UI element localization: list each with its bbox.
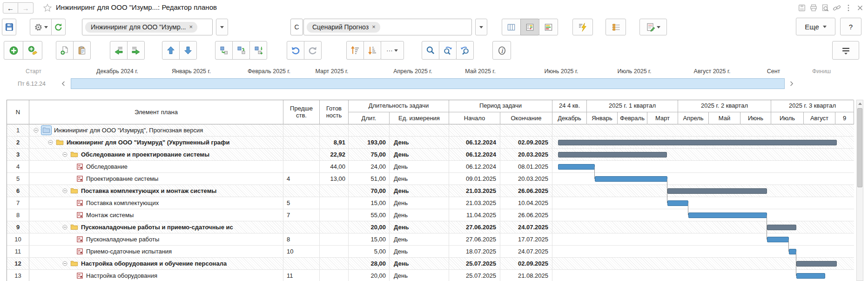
element-cell[interactable]: Настройка оборудования (29, 270, 283, 281)
print-icon[interactable] (809, 4, 818, 12)
row-number[interactable]: 6 (7, 185, 29, 197)
gantt-header-quarter[interactable]: 2025 г. 2 квартал (678, 100, 771, 112)
row-number[interactable]: 13 (7, 270, 29, 281)
duration-cell[interactable]: 75,00 (349, 149, 390, 160)
element-cell[interactable]: Обследование (29, 161, 283, 172)
link-tasks-button[interactable] (215, 41, 233, 60)
gantt-task-bar[interactable] (667, 200, 688, 206)
sort-more-button[interactable]: ... (381, 41, 404, 60)
collapse-icon[interactable] (33, 127, 39, 133)
levels-button[interactable] (832, 41, 859, 60)
gantt-task-bar[interactable] (796, 273, 825, 279)
row-number[interactable]: 8 (7, 209, 29, 221)
view-gantt-left-button[interactable] (520, 19, 539, 35)
plan-tag[interactable]: Инжиниринг для ООО "Изумр...× (85, 22, 197, 33)
gantt-task-bar[interactable] (688, 212, 767, 218)
undo-button[interactable] (287, 41, 304, 60)
duration-cell[interactable]: 24,00 (349, 161, 390, 172)
duration-cell[interactable]: 55,00 (349, 209, 390, 221)
end-date-cell[interactable] (500, 124, 552, 136)
readiness-cell[interactable] (320, 197, 349, 209)
gantt-task-bar[interactable] (558, 164, 595, 170)
recalculate-button[interactable] (572, 19, 593, 35)
predecessor-cell[interactable] (283, 149, 320, 160)
structure-button[interactable] (606, 19, 626, 35)
end-date-cell[interactable]: 21.08.2025 (500, 270, 552, 281)
gantt-task-bar[interactable] (789, 249, 796, 254)
start-date-cell[interactable]: 11.04.2025 (449, 209, 500, 221)
more-dots-icon[interactable] (844, 4, 853, 12)
start-date-cell[interactable]: 06.12.2024 (449, 149, 500, 160)
add-link-button[interactable] (249, 41, 267, 60)
gantt-header-month[interactable]: Январь (587, 112, 618, 124)
row-number[interactable]: 9 (7, 221, 29, 233)
gantt-header-month[interactable]: Апрель (678, 112, 709, 124)
gantt-header-month[interactable]: Июнь (740, 112, 771, 124)
gantt-summary-bar[interactable] (667, 188, 767, 194)
plan-combo[interactable]: Инжиниринг для ООО "Изумр...× (82, 19, 213, 35)
start-date-cell[interactable]: 21.03.2025 (449, 185, 500, 197)
vertical-scrollbar[interactable] (856, 100, 863, 281)
start-date-cell[interactable]: 27.06.2025 (449, 233, 500, 245)
sort-desc-button[interactable] (363, 41, 381, 60)
unit-cell[interactable]: День (390, 209, 449, 221)
column-header-start[interactable]: Начало (449, 112, 500, 124)
scrollbar-thumb[interactable] (857, 108, 862, 187)
element-cell[interactable]: Пусконаладочные работы и приемо-сдаточны… (29, 221, 283, 233)
sort-asc-button[interactable] (346, 41, 364, 60)
collapse-icon[interactable] (62, 188, 68, 194)
readiness-cell[interactable]: 13,00 (320, 173, 349, 185)
scenario-tag[interactable]: Сценарий Прогноз× (307, 22, 380, 33)
scenario-combo-dropdown[interactable] (475, 19, 487, 35)
start-date-cell[interactable]: 25.07.2025 (449, 258, 500, 269)
unit-cell[interactable]: День (390, 161, 449, 172)
readiness-cell[interactable] (320, 185, 349, 197)
row-number[interactable]: 12 (7, 258, 29, 269)
row-number[interactable]: 7 (7, 197, 29, 209)
collapse-icon[interactable] (47, 139, 54, 145)
element-cell[interactable]: Обследование и проектирование системы (29, 149, 283, 160)
unit-cell[interactable]: День (390, 137, 449, 148)
readiness-cell[interactable] (320, 124, 349, 136)
back-button[interactable]: ← (3, 2, 18, 14)
outdent-button[interactable] (110, 41, 128, 60)
find-prev-button[interactable] (456, 41, 474, 60)
unit-cell[interactable]: День (390, 233, 449, 245)
plan-combo-dropdown[interactable] (216, 19, 228, 35)
end-date-cell[interactable]: 24.07.2025 (500, 221, 552, 233)
row-number[interactable]: 4 (7, 161, 29, 172)
end-date-cell[interactable]: 02.09.2025 (500, 258, 552, 269)
element-cell[interactable]: Монтаж системы (29, 209, 283, 221)
scroll-up-button[interactable] (857, 100, 863, 107)
column-header-readiness[interactable]: Готовность (320, 100, 349, 124)
gantt-header-quarter[interactable]: 24 4 кв. (552, 100, 587, 112)
duration-cell[interactable]: 15,00 (349, 233, 390, 245)
close-icon[interactable] (856, 4, 864, 12)
end-date-cell[interactable]: 08.01.2025 (500, 161, 552, 172)
gantt-summary-bar[interactable] (558, 152, 667, 158)
duration-cell[interactable] (349, 124, 390, 136)
duration-cell[interactable]: 28,00 (349, 258, 390, 269)
column-header-end[interactable]: Окончание (500, 112, 552, 124)
unit-cell[interactable]: День (390, 149, 449, 160)
element-cell[interactable]: Настройка оборудования и обучение персон… (29, 258, 283, 269)
help-button[interactable]: ? (840, 18, 861, 35)
gantt-summary-bar[interactable] (558, 140, 837, 145)
predecessor-cell[interactable] (283, 137, 320, 148)
move-down-button[interactable] (179, 41, 197, 60)
view-gantt-full-button[interactable] (539, 19, 558, 35)
element-cell[interactable]: Приемо-сдаточные испытания (29, 246, 283, 257)
row-number[interactable]: 5 (7, 173, 29, 185)
end-date-cell[interactable]: 17.07.2025 (500, 233, 552, 245)
row-number[interactable]: 11 (7, 246, 29, 257)
link-chain-button[interactable] (232, 41, 250, 60)
gantt-header-quarter[interactable]: 2025 г. 1 квартал (587, 100, 678, 112)
unit-cell[interactable]: День (390, 185, 449, 197)
column-header-predecessor[interactable]: Предшеств. (283, 100, 320, 124)
info-button[interactable]: i (492, 41, 511, 60)
gantt-summary-bar[interactable] (767, 225, 796, 230)
plan-tag-remove-icon[interactable]: × (189, 23, 193, 30)
predecessor-cell[interactable]: 7 (283, 209, 320, 221)
column-header-period-group[interactable]: Период задачи (449, 100, 552, 112)
readiness-cell[interactable] (320, 258, 349, 269)
